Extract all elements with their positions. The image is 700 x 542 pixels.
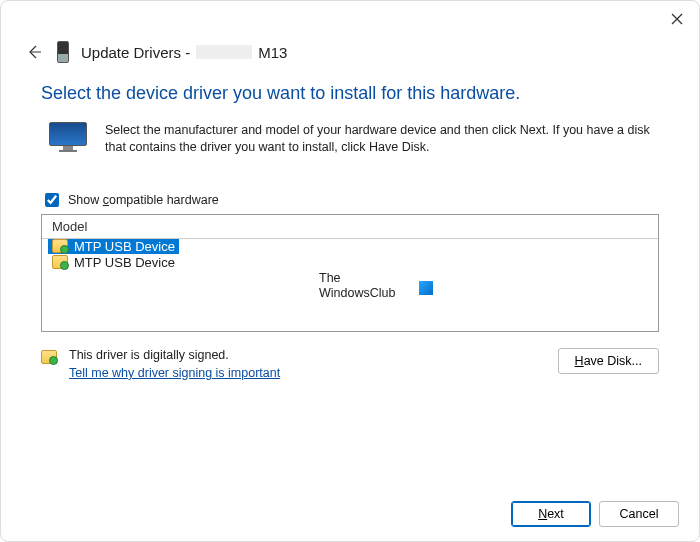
list-item[interactable]: MTP USB Device (48, 239, 179, 254)
close-button[interactable] (667, 9, 687, 29)
cancel-button[interactable]: Cancel (599, 501, 679, 527)
hardware-icon (49, 122, 87, 154)
signed-icon (41, 350, 57, 364)
driver-item-icon (52, 255, 68, 269)
list-item-label: MTP USB Device (74, 255, 175, 270)
compatible-hardware-checkbox[interactable] (45, 193, 59, 207)
dialog-title: Update Drivers - M13 (81, 44, 287, 61)
list-item[interactable]: MTP USB Device (42, 254, 658, 271)
driver-list[interactable]: Model MTP USB Device MTP USB Device (41, 214, 659, 332)
back-button[interactable] (23, 41, 45, 63)
list-item-label: MTP USB Device (74, 239, 175, 254)
page-heading: Select the device driver you want to ins… (41, 83, 659, 104)
have-disk-button[interactable]: Have Disk... (558, 348, 659, 374)
list-header-model: Model (42, 215, 658, 239)
signing-message: This driver is digitally signed. (69, 348, 280, 362)
next-button[interactable]: Next (511, 501, 591, 527)
driver-item-icon (52, 239, 68, 253)
checkbox-label: Show compatible hardware (68, 193, 219, 207)
compatible-hardware-checkbox-row[interactable]: Show compatible hardware (41, 190, 659, 210)
title-suffix: M13 (258, 44, 287, 61)
signing-info-link[interactable]: Tell me why driver signing is important (69, 366, 280, 380)
device-icon (57, 41, 69, 63)
instruction-text: Select the manufacturer and model of you… (105, 122, 659, 156)
title-redacted (196, 45, 252, 59)
title-prefix: Update Drivers - (81, 44, 190, 61)
